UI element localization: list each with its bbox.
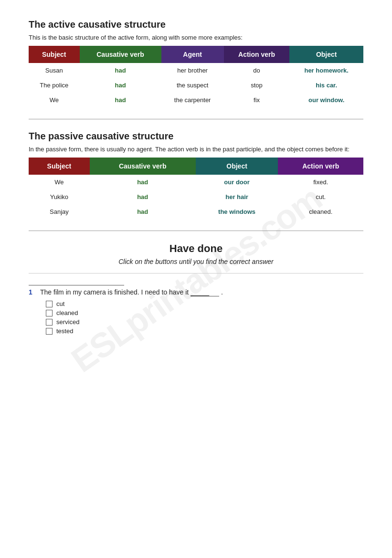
active-row3-subject: We	[29, 93, 80, 107]
passive-row2-action: cut.	[278, 190, 363, 204]
passive-section: The passive causative structure In the p…	[29, 131, 363, 219]
checkbox-cleaned[interactable]	[46, 310, 53, 316]
active-header-row: Subject Causative verb Agent Action verb…	[29, 46, 363, 63]
passive-row3-subject: Sanjay	[29, 204, 90, 219]
active-row2-causative: had	[80, 78, 161, 93]
active-row3-action: fix	[224, 93, 290, 107]
checkbox-serviced[interactable]	[46, 319, 53, 326]
exercise-questions: 1 The film in my camera is finished. I n…	[29, 285, 363, 335]
options-list-1: cut cleaned serviced tested	[46, 300, 363, 335]
passive-table: Subject Causative verb Object Action ver…	[29, 158, 363, 219]
passive-row1-causative: had	[90, 175, 196, 190]
answer-blank-1: _____	[191, 288, 219, 296]
passive-row2-causative: had	[90, 190, 196, 204]
active-row3-object: our window.	[289, 93, 363, 107]
passive-description: In the passive form, there is usually no…	[29, 146, 363, 153]
passive-row1-subject: We	[29, 175, 90, 190]
divider-1	[29, 119, 363, 119]
active-header-object: Object	[289, 46, 363, 63]
exercise-instruction: Click on the buttons until you find the …	[29, 258, 363, 265]
active-header-causative: Causative verb	[80, 46, 161, 63]
active-row2-action: stop	[224, 78, 290, 93]
passive-row3-object: the windows	[196, 204, 278, 219]
table-row: We had the carpenter fix our window.	[29, 93, 363, 107]
passive-header-action: Action verb	[278, 158, 363, 175]
question-1: 1 The film in my camera is finished. I n…	[29, 285, 363, 335]
table-row: We had our door fixed.	[29, 175, 363, 190]
active-row1-object: her homework.	[289, 63, 363, 78]
passive-row3-causative: had	[90, 204, 196, 219]
option-row: cleaned	[46, 309, 363, 316]
passive-row2-subject: Yukiko	[29, 190, 90, 204]
option-row: cut	[46, 300, 363, 307]
table-row: The police had the suspect stop his car.	[29, 78, 363, 93]
option-label-tested: tested	[56, 327, 73, 335]
passive-header-subject: Subject	[29, 158, 90, 175]
option-label-cut: cut	[56, 300, 64, 307]
passive-header-causative: Causative verb	[90, 158, 196, 175]
option-label-cleaned: cleaned	[56, 309, 78, 316]
active-section: The active causative structure This is t…	[29, 19, 363, 107]
exercise-title: Have done	[29, 242, 363, 255]
passive-title: The passive causative structure	[29, 131, 363, 142]
exercise-section: Have done Click on the buttons until you…	[29, 242, 363, 265]
passive-row1-object: our door	[196, 175, 278, 190]
option-row: tested	[46, 327, 363, 335]
option-label-serviced: serviced	[56, 318, 79, 326]
active-row1-agent: her brother	[161, 63, 224, 78]
question-number-1: 1	[29, 288, 36, 296]
table-row: Susan had her brother do her homework.	[29, 63, 363, 78]
checkbox-cut[interactable]	[46, 301, 53, 307]
active-row1-action: do	[224, 63, 290, 78]
active-title: The active causative structure	[29, 19, 363, 30]
passive-header-object: Object	[196, 158, 278, 175]
passive-row2-object: her hair	[196, 190, 278, 204]
checkbox-tested[interactable]	[46, 328, 53, 335]
passive-row3-action: cleaned.	[278, 204, 363, 219]
active-row3-agent: the carpenter	[161, 93, 224, 107]
passive-header-row: Subject Causative verb Object Action ver…	[29, 158, 363, 175]
active-description: This is the basic structure of the activ…	[29, 34, 363, 41]
active-header-subject: Subject	[29, 46, 80, 63]
active-header-agent: Agent	[161, 46, 224, 63]
active-row2-subject: The police	[29, 78, 80, 93]
table-row: Sanjay had the windows cleaned.	[29, 204, 363, 219]
active-header-action: Action verb	[224, 46, 290, 63]
active-table: Subject Causative verb Agent Action verb…	[29, 46, 363, 107]
active-row1-subject: Susan	[29, 63, 80, 78]
active-row1-causative: had	[80, 63, 161, 78]
active-row2-agent: the suspect	[161, 78, 224, 93]
active-row2-object: his car.	[289, 78, 363, 93]
active-row3-causative: had	[80, 93, 161, 107]
option-row: serviced	[46, 318, 363, 326]
passive-row1-action: fixed.	[278, 175, 363, 190]
question-line	[29, 285, 124, 285]
table-row: Yukiko had her hair cut.	[29, 190, 363, 204]
divider-2	[29, 231, 363, 231]
divider-3	[29, 273, 363, 274]
question-text-1: 1 The film in my camera is finished. I n…	[29, 288, 363, 296]
question-body-1: The film in my camera is finished. I nee…	[40, 288, 223, 296]
